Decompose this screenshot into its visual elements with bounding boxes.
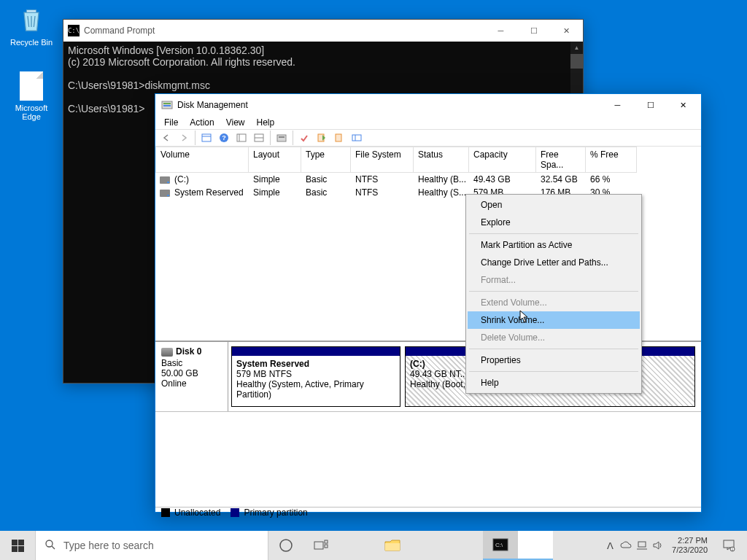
clock-date: 7/23/2020 [672, 545, 708, 555]
svg-rect-23 [325, 545, 328, 548]
close-button[interactable]: ✕ [550, 20, 583, 42]
svg-text:?: ? [222, 134, 226, 141]
minimize-button[interactable]: ─ [484, 20, 517, 42]
col-type[interactable]: Type [301, 147, 351, 173]
recycle-bin-icon [16, 4, 47, 35]
close-button[interactable]: ✕ [667, 94, 700, 116]
toolbar-btn[interactable] [331, 130, 347, 146]
svg-rect-13 [279, 136, 285, 138]
cmd-line: Microsoft Windows [Version 10.0.18362.30… [68, 44, 264, 56]
toolbar-btn[interactable] [233, 130, 249, 146]
cell: (C:) [174, 174, 189, 184]
disk-management-icon [161, 99, 173, 111]
taskbar-diskmgmt[interactable] [518, 531, 553, 560]
svg-rect-8 [237, 134, 246, 141]
col-percentfree[interactable]: % Free [586, 147, 637, 173]
svg-rect-16 [352, 135, 361, 141]
svg-rect-12 [277, 135, 286, 141]
cell: Basic [301, 186, 351, 199]
col-filesystem[interactable]: File System [351, 147, 414, 173]
tray-network-icon[interactable] [634, 531, 650, 560]
cell: 49.43 GB [469, 173, 536, 186]
ctx-open[interactable]: Open [468, 196, 640, 214]
toolbar-btn[interactable] [198, 130, 214, 146]
disk-type: Basic [161, 358, 222, 368]
svg-rect-0 [26, 10, 36, 12]
desktop-icon-edge[interactable]: Microsoft Edge [4, 71, 58, 121]
help-icon[interactable]: ? [216, 130, 232, 146]
svg-rect-24 [385, 543, 400, 551]
ctx-separator [469, 349, 638, 349]
ctx-extend-volume: Extend Volume... [468, 294, 640, 311]
partition-system-reserved[interactable]: System Reserved 579 MB NTFS Healthy (Sys… [231, 346, 400, 407]
menu-action[interactable]: Action [184, 116, 220, 129]
legend-swatch-primary [231, 508, 239, 517]
ctx-mark-active[interactable]: Mark Partition as Active [468, 236, 640, 254]
dm-titlebar[interactable]: Disk Management ─ ☐ ✕ [155, 94, 701, 116]
volume-row[interactable]: (C:) Simple Basic NTFS Healthy (B... 49.… [155, 173, 701, 186]
toolbar-btn[interactable] [251, 130, 267, 146]
svg-rect-27 [638, 542, 646, 547]
col-freespace[interactable]: Free Spa... [536, 147, 586, 173]
col-volume[interactable]: Volume [155, 147, 249, 173]
menu-file[interactable]: File [158, 116, 184, 129]
taskbar-cmd[interactable]: C:\ [483, 531, 518, 560]
taskbar-clock[interactable]: 2:27 PM 7/23/2020 [666, 536, 713, 555]
cmd-title: Command Prompt [84, 26, 484, 36]
partition-header [232, 347, 400, 356]
col-layout[interactable]: Layout [249, 147, 301, 173]
partition-size: 579 MB NTFS [236, 369, 292, 379]
cmd-icon: C:\ [68, 25, 80, 36]
svg-rect-4 [202, 134, 211, 141]
toolbar-btn[interactable] [274, 130, 290, 146]
maximize-button[interactable]: ☐ [634, 94, 667, 116]
toolbar-btn[interactable] [314, 130, 330, 146]
start-button[interactable] [0, 531, 35, 560]
ctx-shrink-volume[interactable]: Shrink Volume... [468, 311, 640, 329]
ctx-properties[interactable]: Properties [468, 351, 640, 369]
tray-volume-icon[interactable] [650, 531, 666, 560]
taskbar-explorer[interactable] [375, 531, 410, 560]
dm-title: Disk Management [177, 100, 601, 110]
forward-button[interactable] [176, 130, 192, 146]
legend-label: Unallocated [174, 508, 220, 518]
legend: Unallocated Primary partition [155, 507, 701, 518]
tray-onedrive-icon[interactable] [618, 531, 634, 560]
cmd-titlebar[interactable]: C:\ Command Prompt ─ ☐ ✕ [63, 20, 583, 42]
legend-swatch-unallocated [161, 508, 170, 517]
svg-rect-15 [336, 134, 341, 141]
desktop-icon-recycle-bin[interactable]: Recycle Bin [4, 4, 58, 47]
col-capacity[interactable]: Capacity [469, 147, 536, 173]
ctx-explore[interactable]: Explore [468, 214, 640, 231]
task-view-button[interactable] [303, 531, 338, 560]
tray-chevron-icon[interactable]: ᐱ [602, 531, 618, 560]
svg-point-18 [46, 540, 53, 547]
partition-status: Healthy (System, Active, Primary Partiti… [236, 379, 364, 400]
svg-rect-2 [163, 103, 171, 104]
context-menu: Open Explore Mark Partition as Active Ch… [465, 194, 642, 394]
col-status[interactable]: Status [414, 147, 469, 173]
ctx-format: Format... [468, 271, 640, 289]
menu-view[interactable]: View [220, 116, 251, 129]
drive-icon [160, 190, 170, 197]
ctx-change-drive-letter[interactable]: Change Drive Letter and Paths... [468, 254, 640, 271]
cmd-line: C:\Users\91981> [68, 103, 144, 114]
cell: NTFS [351, 186, 414, 199]
disk-label[interactable]: Disk 0 Basic 50.00 GB Online [155, 342, 228, 411]
toolbar-btn[interactable] [296, 130, 312, 146]
toolbar-btn[interactable] [349, 130, 365, 146]
menu-help[interactable]: Help [251, 116, 281, 129]
maximize-button[interactable]: ☐ [517, 20, 550, 42]
cortana-button[interactable] [268, 531, 303, 560]
ctx-help[interactable]: Help [468, 374, 640, 392]
ctx-separator [469, 233, 638, 234]
cell: NTFS [351, 173, 414, 186]
ctx-delete-volume: Delete Volume... [468, 329, 640, 346]
dm-menubar: File Action View Help [155, 116, 701, 129]
back-button[interactable] [158, 130, 174, 146]
search-box[interactable]: Type here to search [35, 531, 268, 560]
svg-line-19 [52, 546, 55, 549]
minimize-button[interactable]: ─ [601, 94, 634, 116]
cell: 66 % [586, 173, 637, 186]
action-center-button[interactable]: 1 [713, 531, 744, 560]
